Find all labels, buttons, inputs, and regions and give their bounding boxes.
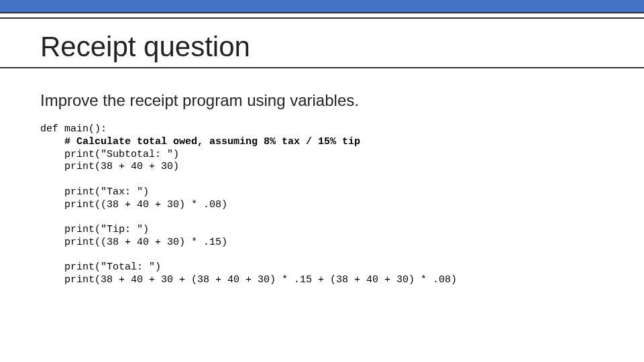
prompt-text: Improve the receipt program using variab… xyxy=(40,91,604,110)
code-line: print("Tax: ") xyxy=(40,186,149,198)
code-line: def main(): xyxy=(40,123,107,135)
code-block: def main(): # Calculate total owed, assu… xyxy=(40,123,604,287)
code-line: print("Total: ") xyxy=(40,261,161,273)
code-line: print(38 + 40 + 30) xyxy=(40,161,179,172)
code-line: print((38 + 40 + 30) * .15) xyxy=(40,237,227,248)
code-line: print("Tip: ") xyxy=(40,224,149,235)
code-line: print(38 + 40 + 30 + (38 + 40 + 30) * .1… xyxy=(40,274,457,286)
code-line: # Calculate total owed, assuming 8% tax … xyxy=(40,136,360,147)
accent-bar xyxy=(0,0,644,13)
body-area: Improve the receipt program using variab… xyxy=(0,68,644,287)
slide: Receipt question Improve the receipt pro… xyxy=(0,0,644,362)
slide-title: Receipt question xyxy=(40,31,604,63)
code-line: print((38 + 40 + 30) * .08) xyxy=(40,199,227,210)
title-area: Receipt question xyxy=(0,19,644,63)
code-line: print("Subtotal: ") xyxy=(40,149,179,160)
